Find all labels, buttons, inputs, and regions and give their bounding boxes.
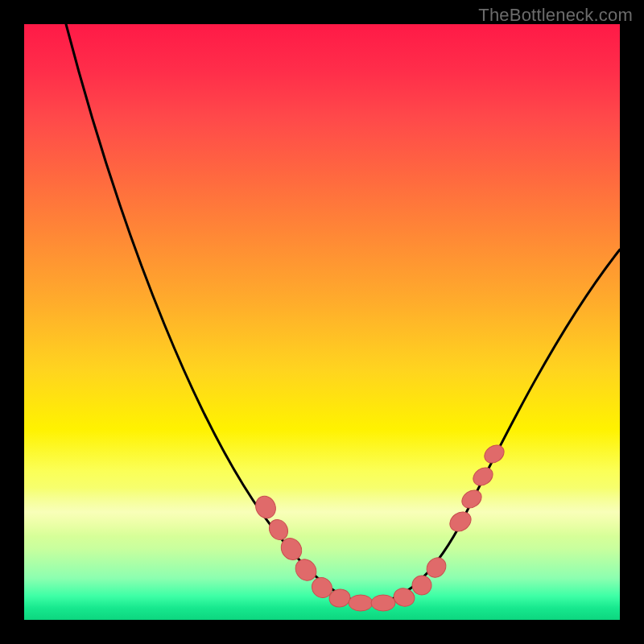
curve-right-branch <box>370 250 620 604</box>
data-marker <box>371 595 395 611</box>
bottleneck-curve <box>24 24 620 620</box>
data-marker <box>252 493 279 522</box>
data-marker <box>349 595 373 611</box>
chart-frame <box>24 24 620 620</box>
data-marker <box>446 508 475 535</box>
data-marker <box>459 486 485 511</box>
curve-markers <box>252 441 507 611</box>
curve-left-branch <box>66 24 370 604</box>
watermark-text: TheBottleneck.com <box>478 5 633 26</box>
data-marker <box>470 464 497 489</box>
curve-paths <box>66 24 620 604</box>
data-marker <box>481 441 508 466</box>
